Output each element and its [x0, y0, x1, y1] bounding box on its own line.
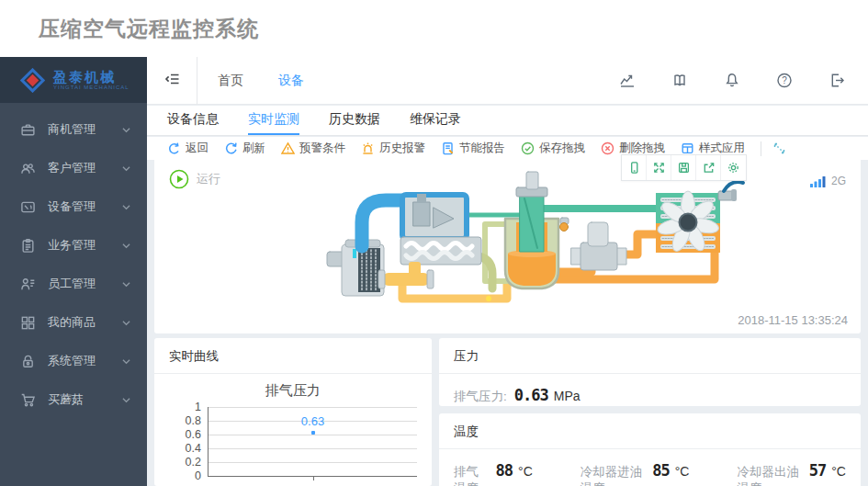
diagram-timestamp: 2018-11-15 13:35:24 [738, 313, 848, 327]
signal-indicator: 2G [810, 175, 846, 187]
breadcrumb-home[interactable]: 首页 [218, 73, 243, 89]
sidebar-item-devices[interactable]: 设备管理 [0, 187, 147, 226]
chevron-down-icon [122, 165, 130, 172]
chevron-down-icon [122, 320, 130, 326]
gauge-icon [20, 199, 36, 215]
metric-exhaust-pressure: 排气压力: 0.63 MPa [454, 386, 581, 405]
chevron-down-icon [122, 204, 130, 210]
tab-realtime-monitor[interactable]: 实时监测 [248, 106, 299, 135]
cooler-oil-outlet-value: 57 [809, 461, 826, 480]
signal-bars-icon [810, 175, 827, 187]
sidebar-item-system[interactable]: 系统管理 [0, 342, 147, 380]
exhaust-pressure-value: 0.63 [514, 386, 548, 404]
page-title: 压缩空气远程监控系统 [39, 15, 259, 43]
fullscreen-expand-icon[interactable] [772, 141, 786, 155]
chart-point [311, 431, 315, 435]
check-circle-icon [521, 141, 535, 155]
tab-maintenance-records[interactable]: 维保记录 [410, 106, 461, 135]
metric-cooler-oil-outlet-temperature: 冷却器出油温度: 57 °C [737, 461, 846, 486]
sidebar-item-employees[interactable]: 员工管理 [0, 265, 147, 303]
realtime-curve-panel: 实时曲线 排气压力 1 0.8 0.6 0.4 0.2 0 0.63 [154, 338, 432, 486]
trend-chart-icon[interactable] [618, 72, 637, 89]
run-status-label: 运行 [197, 171, 220, 187]
undo-icon [167, 141, 181, 155]
back-button[interactable]: 返回 [167, 141, 209, 156]
cart-icon [20, 392, 36, 408]
logo-name: 盈泰机械 [53, 70, 130, 85]
energy-report-button[interactable]: 节能报告 [441, 141, 505, 156]
report-icon [441, 141, 455, 155]
employee-icon [20, 277, 36, 292]
window-style-icon [681, 141, 694, 155]
temperature-panel: 温度 排气温度: 88 °C 冷却器进油温度: 85 °C 冷却器出油温度: 5… [439, 413, 861, 486]
help-icon[interactable]: ? [775, 72, 794, 89]
sidebar-item-buy-mushroom[interactable]: 买蘑菇 [0, 380, 147, 419]
chevron-down-icon [122, 358, 130, 365]
play-circle-icon [169, 169, 189, 189]
tab-history-data[interactable]: 历史数据 [329, 106, 380, 135]
book-icon[interactable] [671, 72, 689, 89]
briefcase-icon [20, 122, 36, 138]
bell-icon[interactable] [723, 72, 741, 89]
users-icon [20, 161, 36, 176]
chevron-down-icon [122, 281, 130, 288]
alarm-siren-icon [361, 141, 375, 155]
signal-label: 2G [831, 175, 846, 187]
sidebar: 盈泰机械 YINGTAI MECHANICAL 商机管理 客户管理 [0, 57, 147, 486]
refresh-button[interactable]: 刷新 [224, 141, 265, 156]
x-circle-icon [601, 141, 614, 155]
diagram-mini-toolbar [621, 154, 747, 181]
sidebar-menu: 商机管理 客户管理 设备管理 业务 [0, 103, 147, 419]
grid-icon [20, 315, 36, 331]
breadcrumb-device[interactable]: 设备 [278, 73, 304, 89]
divider [761, 141, 761, 156]
chart-title: 排气压力 [154, 382, 432, 400]
chevron-down-icon [122, 397, 130, 403]
tab-device-info[interactable]: 设备信息 [167, 106, 219, 135]
sidebar-item-business-opportunity[interactable]: 商机管理 [0, 110, 147, 149]
cooler-oil-inlet-value: 85 [652, 461, 669, 480]
sidebar-item-operations[interactable]: 业务管理 [0, 226, 147, 265]
chart-plot-area: 1 0.8 0.6 0.4 0.2 0 0.63 [208, 407, 417, 477]
sidebar-item-my-products[interactable]: 我的商品 [0, 303, 147, 342]
settings-gear-icon[interactable] [721, 155, 746, 180]
logo-diamond-icon [20, 68, 45, 93]
page-header: 压缩空气远程监控系统 [0, 0, 868, 57]
pressure-panel: 压力 排气压力: 0.63 MPa [439, 338, 861, 406]
app-root: 压缩空气远程监控系统 盈泰机械 YINGTAI MECHANICAL 商机管理 [0, 0, 868, 486]
compressor-diagram[interactable] [299, 167, 759, 323]
clipboard-icon [20, 238, 36, 254]
topnav: 首页 设备 ? [147, 57, 868, 105]
logout-icon[interactable] [828, 72, 846, 89]
x-axis-tick [313, 477, 315, 480]
export-icon[interactable] [696, 155, 721, 180]
mobile-view-icon[interactable] [622, 155, 647, 180]
chevron-down-icon [122, 127, 130, 133]
run-status: 运行 [169, 169, 220, 189]
sidebar-collapse-icon[interactable] [163, 71, 182, 91]
lock-icon [20, 354, 36, 369]
diagram-panel: 运行 2G [154, 156, 861, 333]
logo[interactable]: 盈泰机械 YINGTAI MECHANICAL [0, 57, 147, 103]
chevron-down-icon [122, 243, 130, 249]
curve-panel-title: 实时曲线 [154, 338, 432, 374]
tabs-bar: 设备信息 实时监测 历史数据 维保记录 [147, 106, 868, 136]
sidebar-item-customers[interactable]: 客户管理 [0, 149, 147, 187]
temperature-panel-title: 温度 [439, 413, 861, 449]
fullscreen-icon[interactable] [647, 155, 671, 180]
warning-triangle-icon [281, 141, 295, 155]
metric-exhaust-temperature: 排气温度: 88 °C [454, 461, 533, 486]
logo-subtitle: YINGTAI MECHANICAL [53, 85, 130, 90]
save-icon[interactable] [671, 155, 696, 180]
pressure-panel-title: 压力 [439, 338, 861, 374]
metric-cooler-oil-inlet-temperature: 冷却器进油温度: 85 °C [581, 461, 690, 486]
refresh-icon [224, 141, 238, 155]
divider [197, 57, 197, 105]
chart-point-label: 0.63 [301, 414, 324, 428]
svg-text:?: ? [782, 75, 787, 85]
warning-condition-button[interactable]: 预警条件 [281, 141, 345, 156]
save-drag-button[interactable]: 保存拖拽 [521, 141, 585, 156]
history-alarm-button[interactable]: 历史报警 [361, 141, 425, 156]
exhaust-temperature-value: 88 [496, 461, 513, 480]
main-area: 首页 设备 ? 设备信息 实时监测 历史数据 维保记录 返回 [147, 57, 868, 486]
